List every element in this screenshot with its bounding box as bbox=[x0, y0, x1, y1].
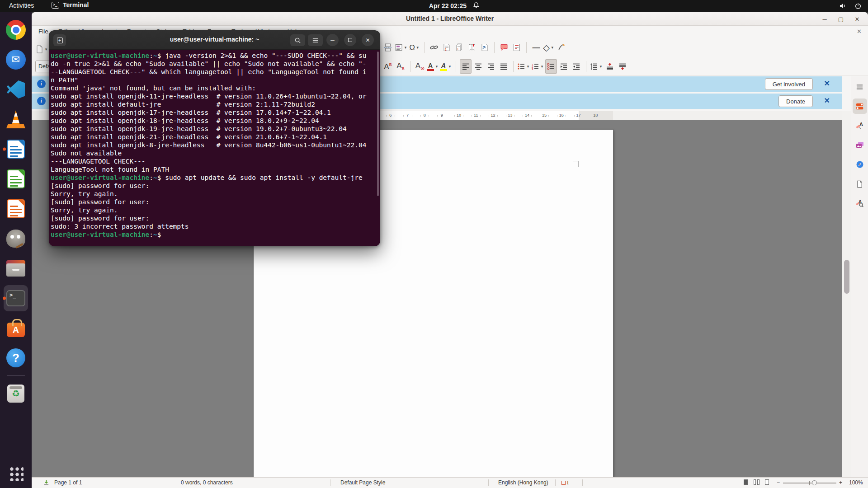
dock-item-terminal[interactable]: >_ bbox=[2, 283, 30, 313]
insert-field-icon[interactable]: ▾ bbox=[395, 40, 408, 55]
dock-item-help[interactable]: ? bbox=[2, 343, 30, 373]
align-right-icon[interactable] bbox=[485, 59, 497, 74]
properties-deck-icon[interactable] bbox=[853, 99, 867, 114]
decrease-indent-icon[interactable] bbox=[571, 59, 582, 74]
menu-file[interactable]: File bbox=[38, 28, 48, 35]
terminal-line: sudo apt install openjdk-21-jre-headless… bbox=[51, 133, 380, 141]
view-layout-single-icon[interactable] bbox=[744, 479, 749, 486]
terminal-close-button[interactable]: ✕ bbox=[362, 34, 374, 46]
dock-item-libreoffice-calc[interactable] bbox=[2, 164, 30, 194]
terminal-line: do -n true 2>&1 && echo "Sudo available"… bbox=[51, 60, 380, 68]
running-indicator bbox=[3, 297, 6, 300]
insert-footnote-icon[interactable]: 1 bbox=[441, 40, 453, 55]
page-count-status[interactable]: Page 1 of 1 bbox=[54, 479, 82, 486]
writer-minimize-button[interactable]: ─ bbox=[819, 14, 830, 24]
zoom-out-icon[interactable]: − bbox=[777, 479, 780, 486]
dock-item-trash[interactable]: ♻ bbox=[2, 379, 30, 408]
dock-item-files[interactable] bbox=[2, 253, 30, 283]
highlight-color-icon[interactable]: A▾ bbox=[440, 59, 452, 74]
zoom-in-icon[interactable]: + bbox=[839, 479, 842, 486]
close-infobar-icon[interactable]: ✕ bbox=[824, 96, 830, 105]
language-status[interactable]: English (Hong Kong) bbox=[498, 479, 548, 486]
unordered-list-icon[interactable]: ▾ bbox=[517, 59, 530, 74]
vertical-scrollbar[interactable] bbox=[842, 111, 851, 477]
ruler-number: 8 bbox=[424, 113, 426, 117]
writer-maximize-button[interactable]: ▢ bbox=[835, 14, 846, 24]
zoom-slider[interactable] bbox=[783, 483, 836, 483]
new-document-button[interactable]: ▾ bbox=[35, 42, 48, 56]
align-center-icon[interactable] bbox=[472, 59, 484, 74]
insert-comment-icon[interactable] bbox=[498, 40, 510, 55]
paragraph-space-increase-icon[interactable] bbox=[604, 59, 616, 74]
get-involved-button[interactable]: Get involved bbox=[765, 78, 813, 90]
clear-formatting-icon[interactable]: A⊘ bbox=[414, 59, 426, 74]
justify-icon[interactable] bbox=[498, 59, 509, 74]
page-style-status[interactable]: Default Page Style bbox=[340, 479, 385, 486]
insert-bookmark-icon[interactable] bbox=[466, 40, 478, 55]
terminal-minimize-button[interactable]: ─ bbox=[326, 34, 339, 46]
dock-item-vlc[interactable] bbox=[2, 104, 30, 134]
insert-special-character-icon[interactable]: Ω▾ bbox=[409, 40, 420, 55]
save-indicator-icon[interactable] bbox=[43, 479, 49, 487]
dock-item-vscode[interactable] bbox=[2, 75, 30, 104]
insert-page-break-icon[interactable] bbox=[382, 40, 394, 55]
dock-item-google-chrome[interactable] bbox=[2, 15, 30, 45]
page-deck-icon[interactable] bbox=[853, 176, 867, 192]
focused-app-indicator[interactable]: >_ Terminal bbox=[52, 1, 89, 9]
trash-icon: ♻ bbox=[5, 383, 27, 404]
show-applications-button[interactable] bbox=[2, 458, 30, 488]
terminal-line: sudo apt install openjdk-19-jre-headless… bbox=[51, 125, 380, 133]
align-left-icon[interactable] bbox=[460, 59, 472, 74]
view-layout-multi-icon[interactable] bbox=[754, 479, 761, 486]
basic-shapes-icon[interactable]: ◇▾ bbox=[543, 40, 555, 55]
superscript-icon[interactable]: AB bbox=[382, 59, 394, 74]
activities-button[interactable]: Activities bbox=[9, 2, 34, 9]
style-inspector-deck-icon[interactable]: A bbox=[853, 196, 867, 211]
gallery-deck-icon[interactable] bbox=[853, 137, 867, 153]
font-color-icon[interactable]: A▾ bbox=[427, 59, 439, 74]
writer-titlebar[interactable]: Untitled 1 - LibreOffice Writer ─ ▢ ✕ bbox=[32, 12, 868, 26]
selection-mode-icon[interactable]: I bbox=[561, 479, 569, 486]
terminal-output[interactable]: user@user-virtual-machine:~$ java -versi… bbox=[49, 50, 380, 246]
paragraph-space-decrease-icon[interactable] bbox=[617, 59, 628, 74]
close-document-icon[interactable]: ✕ bbox=[857, 28, 862, 35]
zoom-slider-handle[interactable] bbox=[812, 480, 817, 485]
insert-hyperlink-icon[interactable] bbox=[428, 40, 440, 55]
system-status-area[interactable] bbox=[839, 2, 862, 11]
clock-label: Apr 22 02:25 bbox=[429, 2, 467, 9]
zoom-percent-status[interactable]: 100% bbox=[849, 479, 863, 486]
clock-menu[interactable]: Apr 22 02:25 bbox=[429, 2, 480, 10]
view-layout-book-icon[interactable] bbox=[765, 479, 770, 486]
dock-item-thunderbird[interactable]: ✉ bbox=[2, 45, 30, 75]
close-infobar-icon[interactable]: ✕ bbox=[824, 79, 830, 88]
dock-item-gimp[interactable] bbox=[2, 224, 30, 253]
terminal-line: sudo apt install openjdk-17-jre-headless… bbox=[51, 108, 380, 117]
styles-deck-icon[interactable]: A bbox=[853, 118, 867, 133]
navigator-deck-icon[interactable] bbox=[853, 157, 867, 172]
dock-item-libreoffice-impress[interactable] bbox=[2, 194, 30, 224]
insert-endnote-icon[interactable]: i bbox=[453, 40, 465, 55]
terminal-search-button[interactable] bbox=[290, 34, 305, 46]
outline-list-icon[interactable] bbox=[545, 59, 557, 74]
sidebar-settings-icon[interactable] bbox=[853, 79, 867, 94]
increase-indent-icon[interactable] bbox=[558, 59, 570, 74]
dock-item-libreoffice-writer[interactable] bbox=[2, 134, 30, 164]
ruler-number: 14 bbox=[525, 113, 529, 117]
freeform-line-icon[interactable] bbox=[556, 40, 567, 55]
donate-button[interactable]: Donate bbox=[778, 95, 813, 107]
terminal-maximize-button[interactable] bbox=[344, 34, 356, 46]
terminal-scrollbar-thumb[interactable] bbox=[377, 52, 379, 196]
dock-item-ubuntu-software[interactable]: A bbox=[2, 313, 30, 343]
track-changes-icon[interactable] bbox=[511, 40, 523, 55]
horizontal-line-icon[interactable]: — bbox=[530, 40, 542, 55]
terminal-titlebar[interactable]: + user@user-virtual-machine: ~ ─ ✕ bbox=[49, 30, 380, 50]
terminal-menu-button[interactable] bbox=[308, 34, 323, 46]
scrollbar-thumb[interactable] bbox=[844, 260, 849, 294]
insert-cross-reference-icon[interactable] bbox=[479, 40, 491, 55]
line-spacing-icon[interactable]: ▾ bbox=[590, 59, 603, 74]
writer-close-button[interactable]: ✕ bbox=[852, 14, 863, 24]
ordered-list-icon[interactable]: 123▾ bbox=[531, 59, 544, 74]
word-count-status[interactable]: 0 words, 0 characters bbox=[181, 479, 233, 486]
terminal-line: [sudo] password for user: bbox=[51, 198, 380, 206]
subscript-icon[interactable]: AB bbox=[395, 59, 406, 74]
